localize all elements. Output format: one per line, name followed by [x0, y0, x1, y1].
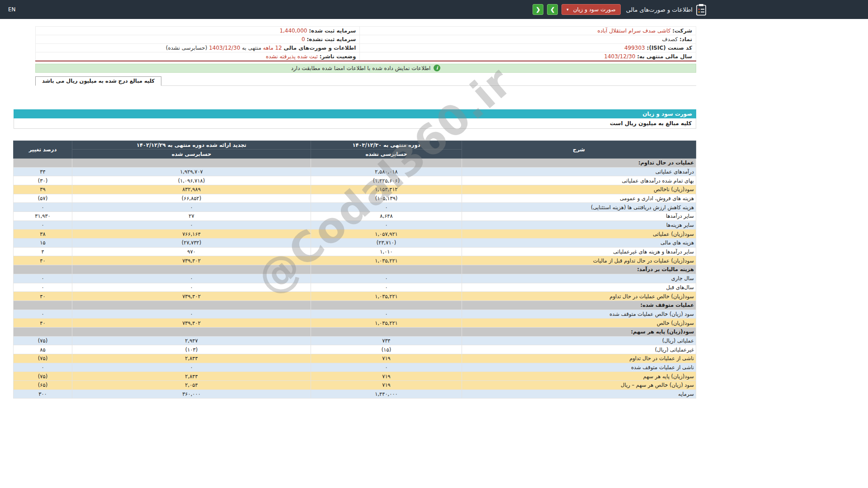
statement-type-dropdown-label: صورت سود و زیان — [573, 6, 616, 13]
current-period-value: (۱۰۵,۱۳۹) — [311, 194, 462, 203]
current-period-value: ۷۱۹ — [311, 354, 462, 363]
section-row: عملیات متوقف شده: — [14, 300, 696, 310]
table-row: سود (زیان) خالص عملیات متوقف شده۰۰۰ — [14, 310, 696, 319]
change-percent-value: ۰ — [14, 283, 72, 292]
table-row: ناشی از عملیات در حال تداوم۷۱۹۲,۸۴۴(۷۵) — [14, 354, 696, 363]
info-label: شرکت: — [672, 28, 692, 34]
row-label: هزینه های فروش، اداری و عمومی — [462, 194, 696, 203]
table-row: ناشی از عملیات متوقف شده۰۰۰ — [14, 363, 696, 372]
change-percent-value: (۷۵) — [14, 372, 72, 381]
unit-tab[interactable]: کلیه مبالغ درج شده به میلیون ریال می باش… — [35, 76, 161, 86]
table-row: هزینه های مالی(۲۳,۷۱۰)(۲۷,۷۳۲)۱۵ — [14, 239, 696, 248]
empty-cell — [72, 327, 311, 336]
prev-period-button[interactable]: ❮ — [533, 4, 543, 15]
info-value: 12 ماهه — [263, 45, 282, 51]
prior-period-value: ۳۶۰,۰۰۰ — [72, 389, 311, 399]
change-percent-value: ۴۰ — [14, 256, 72, 265]
current-period-value: ۰ — [311, 221, 462, 230]
change-percent-value: ۳۹ — [14, 185, 72, 194]
prior-period-value: ۸۳۲,۹۸۹ — [72, 185, 311, 194]
info-value: کاشی صدف سرام استقلال آباده — [597, 28, 670, 34]
table-row: سایر درآمدها و هزینه های غیرعملیاتی۱,۰۱۰… — [14, 247, 696, 256]
prior-period-value: ۲۷ — [72, 212, 311, 221]
section-title: اطلاعات و صورت‌های مالی — [626, 6, 693, 13]
row-label: عملیاتی (ریال) — [462, 336, 696, 345]
statement-table-header: شرح دوره منتهی به ۱۴۰۳/۱۲/۳۰ تجدید ارائه… — [14, 141, 696, 158]
info-cell: کد صنعت (ISIC): 499303 — [360, 44, 696, 52]
table-row: سود(زیان) عملیاتی۱,۰۵۷,۹۲۱۷۶۶,۱۶۴۳۸ — [14, 230, 696, 239]
info-cell: سرمایه ثبت شده: 1,440,000 — [36, 27, 360, 35]
row-label: هزینه های مالی — [462, 239, 696, 248]
current-period-value: ۸,۶۴۸ — [311, 212, 462, 221]
table-row: درآمدهای عملیاتی۲,۵۸۰,۰۱۸۱,۹۲۹,۷۰۷۳۴ — [14, 167, 696, 176]
row-label: سال جاری — [462, 274, 696, 283]
row-label: سود(زیان) عملیاتی — [462, 230, 696, 239]
empty-cell — [72, 265, 311, 274]
info-label: اطلاعات و صورت‌های مالی — [284, 45, 356, 51]
info-value: ثبت شده پذیرفته نشده — [266, 53, 318, 60]
table-row: سال‌های قبل۰۰۰ — [14, 283, 696, 292]
change-percent-value: ۴۰ — [14, 319, 72, 328]
current-period-value: (۱۵) — [311, 345, 462, 354]
section-label: عملیات در حال تداوم: — [462, 158, 696, 167]
change-percent-value: ۳۴ — [14, 167, 72, 176]
table-row: سرمایه۱,۴۴۰,۰۰۰۳۶۰,۰۰۰۳۰۰ — [14, 389, 696, 399]
info-value: 1403/12/30 — [604, 53, 635, 60]
row-label: سود (زیان) خالص هر سهم – ریال — [462, 381, 696, 390]
change-percent-value: ۰ — [14, 203, 72, 212]
row-label: غیرعملیاتی (ریال) — [462, 345, 696, 354]
info-label: وضعیت ناشر: — [320, 53, 356, 60]
section-label: سود(زیان) پایه هر سهم: — [462, 327, 696, 336]
current-period-value: ۱,۰۳۵,۲۲۱ — [311, 292, 462, 301]
prior-period-value: ۹۷۰ — [72, 247, 311, 256]
next-period-button[interactable]: ❯ — [547, 4, 558, 15]
row-label: سود(زیان) ناخالص — [462, 185, 696, 194]
prior-period-value: ۱,۹۲۹,۷۰۷ — [72, 167, 311, 176]
info-value: (حسابرسی نشده) — [166, 45, 208, 51]
section-row: عملیات در حال تداوم: — [14, 158, 696, 167]
change-percent-value: ۰ — [14, 274, 72, 283]
change-percent-value: (۳۰) — [14, 176, 72, 185]
topbar-controls: اطلاعات و صورت‌های مالی صورت سود و زیان … — [533, 0, 706, 19]
col-header-change-percent: درصد تغییر — [14, 141, 72, 158]
table-row: سود(زیان) پایه هر سهم۷۱۹۲,۸۴۴(۷۵) — [14, 372, 696, 381]
topbar: EN اطلاعات و صورت‌های مالی صورت سود و زی… — [0, 0, 868, 19]
table-row: سایر هزینه‌ها۰۰۰ — [14, 221, 696, 230]
statement-unit-note: کلیه مبالغ به میلیون ریال است — [14, 118, 696, 129]
statement-type-dropdown[interactable]: صورت سود و زیان ▾ — [561, 4, 620, 15]
empty-cell — [72, 300, 311, 310]
col-header-description: شرح — [462, 141, 696, 158]
table-row: سود(زیان) خالص عملیات در حال تداوم۱,۰۳۵,… — [14, 292, 696, 301]
current-period-value: ۷۳۴ — [311, 336, 462, 345]
current-period-value: ۱,۰۳۵,۲۲۱ — [311, 256, 462, 265]
row-label: سود(زیان) خالص — [462, 319, 696, 328]
info-cell: سرمایه ثبت نشده: 0 — [36, 35, 360, 44]
table-row: سود(زیان) ناخالص۱,۱۵۴,۴۱۲۸۳۲,۹۸۹۳۹ — [14, 185, 696, 194]
company-info-section: شرکت: کاشی صدف سرام استقلال آبادهسرمایه … — [35, 26, 696, 86]
row-label: سود (زیان) خالص عملیات متوقف شده — [462, 310, 696, 319]
current-period-value: ۰ — [311, 203, 462, 212]
statement-table-body: عملیات در حال تداوم:درآمدهای عملیاتی۲,۵۸… — [14, 158, 696, 399]
change-percent-value: ۴ — [14, 247, 72, 256]
change-percent-value: ۳۸ — [14, 230, 72, 239]
row-label: درآمدهای عملیاتی — [462, 167, 696, 176]
col-subheader-prior-audit: حسابرسی شده — [72, 150, 311, 159]
prior-period-value: ۰ — [72, 203, 311, 212]
table-row: سال جاری۰۰۰ — [14, 274, 696, 283]
info-label: سال مالی منتهی به: — [637, 53, 692, 60]
current-period-value: (۱,۴۲۵,۶۰۶) — [311, 176, 462, 185]
prior-period-value: ۲,۸۴۴ — [72, 372, 311, 381]
change-percent-value: ۸۵ — [14, 345, 72, 354]
current-period-value: ۱,۰۳۵,۲۲۱ — [311, 319, 462, 328]
language-toggle[interactable]: EN — [8, 0, 16, 19]
empty-cell — [311, 158, 462, 167]
section-label: هزینه مالیات بر درآمد: — [462, 265, 696, 274]
prior-period-value: (۱۰۳) — [72, 345, 311, 354]
info-label: سرمایه ثبت شده: — [309, 28, 356, 34]
row-label: سود(زیان) پایه هر سهم — [462, 372, 696, 381]
row-label: سال‌های قبل — [462, 283, 696, 292]
row-label: ناشی از عملیات متوقف شده — [462, 363, 696, 372]
row-label: سایر درآمدها — [462, 212, 696, 221]
info-value: 1,440,000 — [279, 28, 307, 34]
prior-period-value: ۷۶۶,۱۶۴ — [72, 230, 311, 239]
